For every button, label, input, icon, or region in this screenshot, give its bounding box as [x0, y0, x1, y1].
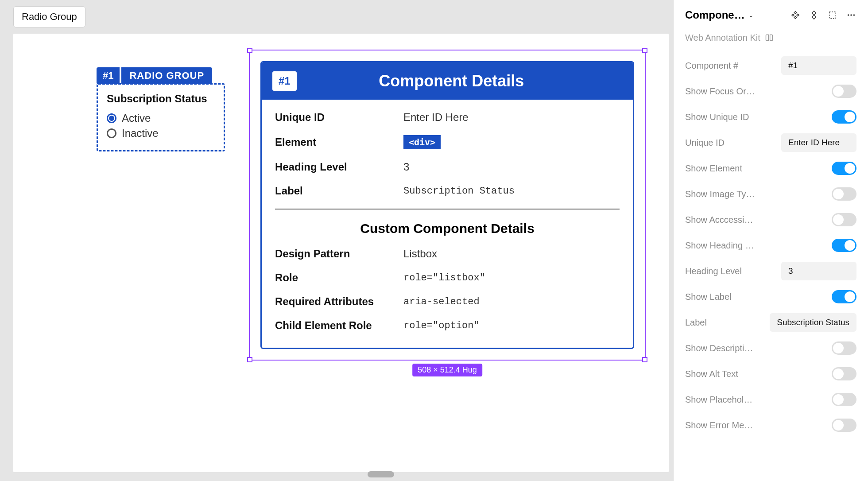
property-row: Show Heading …	[685, 233, 856, 258]
svg-point-1	[848, 14, 849, 16]
resize-handle-tl[interactable]	[247, 48, 252, 53]
svg-rect-0	[829, 12, 836, 19]
detail-row-child-role: Child Element Role role="option"	[275, 319, 620, 332]
property-value-input[interactable]: Enter ID Here	[781, 133, 856, 152]
property-label: Show Heading …	[685, 240, 754, 251]
property-toggle[interactable]	[832, 419, 856, 432]
resize-handle-tr[interactable]	[642, 48, 647, 53]
property-label: Show Label	[685, 292, 732, 302]
component-details-card[interactable]: #1 Component Details Unique ID Enter ID …	[260, 61, 634, 349]
toggle-knob	[845, 291, 855, 302]
property-label: Show Unique ID	[685, 112, 749, 122]
property-toggle[interactable]	[832, 213, 856, 226]
property-label: Show Image Ty…	[685, 189, 755, 199]
detail-label: Label	[275, 185, 403, 197]
detail-label: Role	[275, 272, 403, 284]
property-label: Show Alt Text	[685, 369, 738, 379]
book-icon	[765, 34, 774, 43]
property-toggle[interactable]	[832, 187, 856, 201]
radio-group-annotation[interactable]: #1 RADIO GROUP Subscription Status Activ…	[97, 67, 225, 151]
property-toggle[interactable]	[832, 367, 856, 380]
kit-link[interactable]: Web Annotation Kit	[685, 33, 856, 43]
property-row: Show Error Me…	[685, 412, 856, 438]
property-row: Show Placehol…	[685, 387, 856, 412]
property-toggle[interactable]	[832, 162, 856, 175]
annotation-number-badge: #1	[97, 67, 120, 84]
toggle-knob	[845, 240, 855, 251]
property-row: Show Focus Or…	[685, 78, 856, 104]
property-label: Show Focus Or…	[685, 86, 755, 97]
detail-row-required-attrs: Required Attributes aria-selected	[275, 295, 620, 308]
property-toggle[interactable]	[832, 290, 856, 303]
detail-label: Required Attributes	[275, 295, 403, 308]
detail-label: Heading Level	[275, 161, 403, 173]
toggle-knob	[833, 189, 844, 199]
property-label: Show Element	[685, 163, 742, 174]
detail-value: Enter ID Here	[403, 111, 469, 124]
detail-value: role="option"	[403, 320, 480, 331]
radio-option-label: Active	[122, 112, 151, 124]
radio-selected-icon	[107, 113, 116, 123]
property-label: Show Acccessi…	[685, 215, 753, 225]
property-row: Show Element	[685, 155, 856, 181]
horizontal-scrollbar[interactable]	[368, 471, 394, 477]
property-row: Show Label	[685, 284, 856, 310]
radio-option-label: Inactive	[122, 127, 159, 140]
resize-handle-br[interactable]	[642, 357, 647, 362]
detail-value: 3	[403, 161, 409, 173]
detail-row-heading-level: Heading Level 3	[275, 161, 620, 173]
detail-row-label: Label Subscription Status	[275, 185, 620, 197]
bounds-icon[interactable]	[827, 10, 838, 20]
toggle-knob	[845, 112, 855, 122]
property-toggle[interactable]	[832, 110, 856, 124]
property-label: Component #	[685, 61, 738, 71]
svg-point-3	[853, 14, 855, 16]
canvas-area[interactable]: Radio Group #1 RADIO GROUP Subscription …	[0, 0, 673, 481]
toggle-knob	[833, 369, 844, 379]
property-value-input[interactable]: #1	[781, 56, 856, 75]
property-label: Show Placehol…	[685, 395, 752, 405]
selected-element[interactable]: #1 Component Details Unique ID Enter ID …	[249, 50, 646, 361]
variants-icon[interactable]	[790, 10, 801, 20]
property-row: Component ##1	[685, 53, 856, 78]
property-toggle[interactable]	[832, 85, 856, 98]
radio-group-outline: Subscription Status Active Inactive	[97, 83, 225, 151]
property-value-input[interactable]: Subscription Status	[770, 313, 856, 332]
property-row: Show Acccessi…	[685, 207, 856, 233]
detail-label: Design Pattern	[275, 248, 403, 260]
radio-option-inactive[interactable]: Inactive	[107, 127, 215, 140]
frame-label-tab[interactable]: Radio Group	[13, 6, 85, 27]
properties-panel: Compone… ⌄ Web Annotation Kit	[673, 0, 868, 481]
annotation-type-badge: RADIO GROUP	[121, 67, 212, 84]
property-label: Show Descripti…	[685, 343, 753, 353]
component-selector[interactable]: Compone… ⌄	[685, 9, 790, 21]
detail-label: Element	[275, 136, 403, 148]
property-toggle[interactable]	[832, 393, 856, 406]
detail-row-design-pattern: Design Pattern Listbox	[275, 248, 620, 260]
detail-row-role: Role role="listbox"	[275, 272, 620, 284]
radio-option-active[interactable]: Active	[107, 112, 215, 124]
property-toggle[interactable]	[832, 239, 856, 252]
chevron-down-icon: ⌄	[748, 12, 754, 19]
property-row: Heading Level3	[685, 258, 856, 284]
property-value-input[interactable]: 3	[781, 262, 856, 280]
component-icon[interactable]	[809, 10, 819, 20]
toggle-knob	[833, 420, 844, 431]
detail-value: aria-selected	[403, 296, 480, 307]
details-subheader: Custom Component Details	[275, 221, 620, 236]
detail-value: Listbox	[403, 248, 437, 260]
toggle-knob	[833, 86, 844, 97]
property-row: LabelSubscription Status	[685, 310, 856, 335]
property-row: Show Descripti…	[685, 335, 856, 361]
property-label: Heading Level	[685, 266, 742, 276]
property-label: Label	[685, 318, 707, 328]
more-icon[interactable]	[846, 10, 856, 20]
property-row: Show Unique ID	[685, 104, 856, 130]
detail-label: Child Element Role	[275, 319, 403, 332]
property-toggle[interactable]	[832, 341, 856, 355]
toggle-knob	[845, 163, 855, 174]
resize-handle-bl[interactable]	[247, 357, 252, 362]
property-row: Unique IDEnter ID Here	[685, 130, 856, 155]
detail-row-unique-id: Unique ID Enter ID Here	[275, 111, 620, 124]
selection-outline: #1 Component Details Unique ID Enter ID …	[249, 50, 646, 361]
